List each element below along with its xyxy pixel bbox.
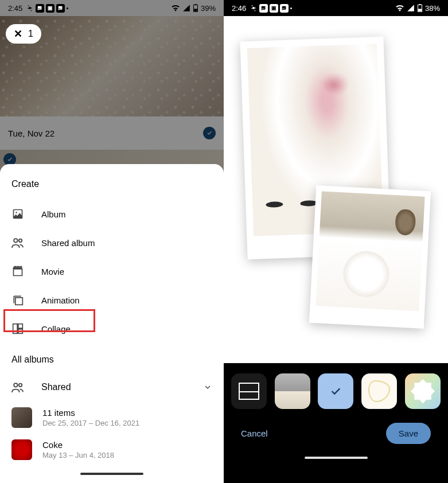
album-name: 11 items xyxy=(42,408,212,418)
shared-icon xyxy=(11,381,24,394)
app-icon: ▣ xyxy=(270,4,278,13)
nav-handle[interactable] xyxy=(80,473,143,475)
svg-point-6 xyxy=(19,239,22,242)
album-row-items[interactable]: 11 items Dec 25, 2017 – Dec 16, 2021 xyxy=(0,402,224,434)
svg-point-5 xyxy=(14,239,17,242)
style-option-organic[interactable] xyxy=(361,373,397,409)
svg-point-11 xyxy=(14,383,17,387)
status-notification-icons: ▣ xyxy=(26,4,68,13)
style-selector xyxy=(224,363,448,409)
menu-item-movie[interactable]: Movie xyxy=(0,257,224,286)
more-dot xyxy=(67,7,68,9)
album-dates: Dec 25, 2017 – Dec 16, 2021 xyxy=(42,419,212,427)
menu-label: Animation xyxy=(41,295,80,305)
sheet-title: Create xyxy=(0,164,224,200)
svg-rect-1 xyxy=(194,9,197,11)
style-preview-icon xyxy=(239,383,259,400)
album-dates: May 13 – Jun 4, 2018 xyxy=(42,451,212,459)
action-row: Cancel Save xyxy=(224,409,448,450)
battery-icon xyxy=(417,4,423,12)
messenger-icon-1 xyxy=(36,4,44,13)
selection-count: 1 xyxy=(28,29,33,39)
wifi-icon xyxy=(171,5,180,11)
movie-icon xyxy=(11,265,24,278)
wifi-icon xyxy=(395,5,404,11)
selection-pill[interactable]: ✕ 1 xyxy=(6,24,41,44)
all-albums-title: All albums xyxy=(0,343,224,373)
messenger-icon-2 xyxy=(56,4,65,13)
collage-canvas[interactable] xyxy=(224,16,448,363)
app-icon: ▣ xyxy=(46,4,54,13)
style-option-split[interactable] xyxy=(275,373,310,409)
screenshot-right: 2:46 ▣ 38% xyxy=(224,0,448,483)
save-button[interactable]: Save xyxy=(386,423,431,444)
menu-label: Shared album xyxy=(41,238,95,248)
status-time: 2:46 xyxy=(232,4,246,13)
album-name: Coke xyxy=(42,440,212,450)
photo-image xyxy=(315,191,424,311)
chevron-down-icon xyxy=(203,383,212,392)
status-bar: 2:45 ▣ 39% xyxy=(0,0,224,16)
shared-label: Shared xyxy=(41,382,71,392)
svg-rect-2 xyxy=(195,4,197,5)
slack-icon xyxy=(250,4,258,12)
animation-icon xyxy=(11,294,24,306)
slack-icon xyxy=(26,4,34,12)
album-row-coke[interactable]: Coke May 13 – Jun 4, 2018 xyxy=(0,434,224,466)
check-icon xyxy=(329,385,342,398)
svg-rect-7 xyxy=(15,298,23,305)
collage-photo-2[interactable] xyxy=(309,185,431,329)
menu-item-album[interactable]: Album xyxy=(0,200,224,228)
nav-handle[interactable] xyxy=(305,457,368,459)
style-preview-icon xyxy=(411,379,435,403)
menu-item-shared-album[interactable]: Shared album xyxy=(0,228,224,257)
album-icon xyxy=(11,208,24,220)
style-option-flower[interactable] xyxy=(405,373,441,409)
close-icon[interactable]: ✕ xyxy=(14,28,22,40)
create-bottom-sheet: Create Album Shared album Movie xyxy=(0,164,224,483)
svg-point-4 xyxy=(15,212,17,213)
screenshot-left: 2:45 ▣ 39% ✕ 1 xyxy=(0,0,224,483)
battery-icon xyxy=(193,4,198,12)
status-time: 2:45 xyxy=(8,4,22,13)
album-thumbnail xyxy=(11,407,32,428)
menu-label: Album xyxy=(41,209,66,219)
more-dot xyxy=(290,7,292,9)
messenger-icon-2 xyxy=(280,4,289,13)
shared-album-icon xyxy=(11,236,24,249)
signal-icon xyxy=(407,4,415,12)
battery-percent: 39% xyxy=(201,4,216,13)
style-option-polaroid-selected[interactable] xyxy=(318,373,353,409)
messenger-icon-1 xyxy=(259,4,268,13)
album-thumbnail xyxy=(11,439,32,460)
highlight-annotation xyxy=(3,309,95,332)
style-preview-icon xyxy=(368,380,390,402)
status-bar: 2:46 ▣ 38% xyxy=(224,0,448,16)
signal-icon xyxy=(182,4,190,12)
battery-percent: 38% xyxy=(425,4,440,13)
cancel-button[interactable]: Cancel xyxy=(241,429,268,438)
svg-rect-15 xyxy=(419,4,421,5)
shared-row[interactable]: Shared xyxy=(0,373,224,402)
svg-rect-14 xyxy=(418,9,422,11)
svg-point-12 xyxy=(19,384,22,387)
status-notification-icons: ▣ xyxy=(250,4,292,13)
style-option-grid[interactable] xyxy=(231,373,267,409)
menu-label: Movie xyxy=(41,267,64,276)
